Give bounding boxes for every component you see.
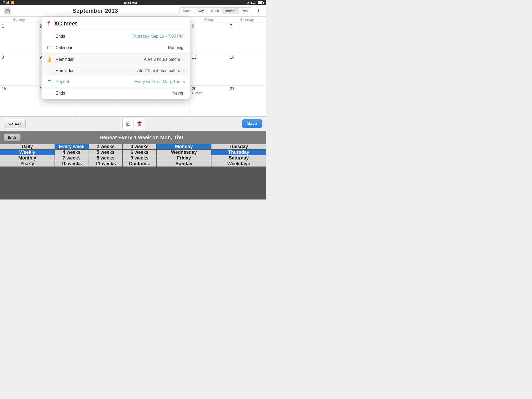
cal-nav-left <box>4 7 11 15</box>
day-sunday[interactable]: Sunday <box>157 161 211 167</box>
popup-calendar-row: Calendar Running <box>42 42 190 54</box>
day-friday: Friday <box>190 17 228 23</box>
reminder2-close[interactable]: ✕ <box>182 69 185 73</box>
day-tuesday[interactable]: Tuesday <box>211 144 266 149</box>
cal-cell-sat2[interactable]: 14 <box>228 54 266 85</box>
week-5[interactable]: 5 weeks <box>89 150 123 155</box>
repeat-bold: Every 1 week on Mon, Thu <box>118 135 183 140</box>
popup-reminder2-value: Alert 15 minutes before <box>137 68 180 73</box>
year-label: 2013 <box>105 8 118 14</box>
calendar-icon[interactable] <box>4 7 11 15</box>
week-10[interactable]: 10 weeks <box>55 161 89 167</box>
repeat-prefix: Repeat <box>99 135 118 140</box>
day-saturday[interactable]: Saturday <box>211 155 266 161</box>
popup-repeat-ends-value: Never <box>172 91 183 96</box>
status-bar: iPad 📶 9:44 AM ➤ 81% <box>0 0 266 5</box>
popup-repeat-ends-row: Ends Never <box>42 88 190 99</box>
cal-cell-sun3[interactable]: 15 <box>0 85 38 116</box>
popup-reminder1-label: Reminder <box>56 57 144 62</box>
repeat-icon <box>46 79 53 84</box>
cancel-button[interactable]: Cancel <box>4 119 26 128</box>
cal-cell-fri3[interactable]: 20 Beatles <box>190 85 228 116</box>
day-saturday: Saturday <box>228 17 266 23</box>
view-week[interactable]: Week <box>207 7 222 14</box>
add-event-button[interactable]: + <box>255 8 262 14</box>
week-2[interactable]: 2 weeks <box>89 144 123 149</box>
popup-repeat-value: Every week on Mon, Thu <box>134 79 180 84</box>
bottom-picker: Ends Repeat Every 1 week on Mon, Thu Dai… <box>0 131 266 200</box>
freq-weekly[interactable]: Weekly <box>0 150 55 155</box>
reminder-section: 🔔 Reminder Alert 2 hours before ✕ Remind… <box>42 54 190 76</box>
picker-header: Ends Repeat Every 1 week on Mon, Thu <box>0 131 266 144</box>
week-8[interactable]: 8 weeks <box>89 155 123 161</box>
battery-percent: 81% <box>251 1 256 4</box>
view-month[interactable]: Month <box>222 7 239 14</box>
notes-icon-button[interactable] <box>122 118 134 129</box>
cal-cell-fri1[interactable]: 6 <box>190 23 228 54</box>
popup-reminder2-label: Reminder <box>56 68 137 73</box>
svg-rect-16 <box>48 46 51 49</box>
day-wednesday[interactable]: Wednesday <box>157 150 211 155</box>
event-beatles: Beatles <box>192 92 226 95</box>
day-weekdays[interactable]: Weekdays <box>211 161 266 167</box>
time-display: 9:44 AM <box>124 1 137 5</box>
popup-calendar-value: Running <box>168 45 183 50</box>
cal-cell-sun2[interactable]: 8 <box>0 54 38 85</box>
popup-calendar-label: Calendar <box>56 45 168 50</box>
repeat-close[interactable]: ✕ <box>182 80 185 84</box>
freq-daily[interactable]: Daily <box>0 144 55 149</box>
location-icon: ➤ <box>247 1 249 4</box>
popup-repeat-row: Repeat Every week on Mon, Thu ✕ <box>42 76 190 88</box>
popup-reminder2-row: Reminder Alert 15 minutes before ✕ <box>42 65 190 76</box>
status-right: ➤ 81% <box>247 1 263 4</box>
popup-event-title: XC meet <box>54 20 77 27</box>
svg-rect-0 <box>6 10 9 13</box>
popup-repeat-ends-label: Ends <box>56 91 172 96</box>
week-custom[interactable]: Custom... <box>123 161 156 167</box>
battery-icon <box>258 1 263 4</box>
cal-cell-sun1[interactable]: 1 <box>0 23 38 54</box>
cal-cell-sat1[interactable]: 7 <box>228 23 266 54</box>
week-11[interactable]: 11 weeks <box>89 161 123 167</box>
repeat-title: Repeat Every 1 week on Mon, Thu <box>21 135 262 141</box>
calendar-header: September 2013 Tasks Day Week Month Year… <box>0 5 266 17</box>
popup-reminder1-value: Alert 2 hours before <box>144 57 180 62</box>
event-popup: 📍 XC meet Ends Thursday, Sep 19 - 7:00 P… <box>42 17 190 99</box>
week-6[interactable]: 6 weeks <box>123 150 156 155</box>
day-friday[interactable]: Friday <box>157 155 211 161</box>
popup-reminder1-row: 🔔 Reminder Alert 2 hours before ✕ <box>42 54 190 65</box>
week-4[interactable]: 4 weeks <box>55 150 89 155</box>
location-icon: 📍 <box>46 21 51 26</box>
action-icons <box>122 118 145 129</box>
view-day[interactable]: Day <box>195 7 207 14</box>
wifi-icon: 📶 <box>10 1 14 4</box>
freq-monthly[interactable]: Monthly <box>0 155 55 161</box>
view-tasks[interactable]: Tasks <box>179 7 195 14</box>
month-label: September <box>72 8 103 14</box>
popup-title-row: 📍 XC meet <box>42 17 190 31</box>
day-monday[interactable]: Monday <box>157 144 211 149</box>
reminder1-close[interactable]: ✕ <box>182 57 185 62</box>
view-year[interactable]: Year <box>239 7 252 14</box>
week-every[interactable]: Every week <box>55 144 89 149</box>
week-9[interactable]: 9 weeks <box>123 155 156 161</box>
picker-grid: Daily Weekly Monthly Yearly Every week 4… <box>0 144 266 200</box>
bell-icon: 🔔 <box>46 57 53 62</box>
cal-cell-sat3[interactable]: 21 <box>228 85 266 116</box>
action-bar: Cancel Save <box>0 116 266 131</box>
week-3[interactable]: 3 weeks <box>123 144 156 149</box>
delete-icon-button[interactable] <box>134 118 145 129</box>
popup-repeat-label: Repeat <box>56 79 134 84</box>
week-7[interactable]: 7 weeks <box>55 155 89 161</box>
view-buttons: Tasks Day Week Month Year <box>179 7 252 14</box>
status-left: iPad 📶 <box>3 1 14 4</box>
day-sunday: Sunday <box>0 17 38 23</box>
day-thursday[interactable]: Thursday <box>211 150 266 155</box>
freq-yearly[interactable]: Yearly <box>0 161 55 167</box>
ends-button[interactable]: Ends <box>4 134 21 141</box>
calendar-title: September 2013 <box>72 8 118 14</box>
save-button[interactable]: Save <box>242 119 262 128</box>
cal-cell-fri2[interactable]: 13 <box>190 54 228 85</box>
popup-ends-label: Ends <box>56 34 132 39</box>
popup-ends-value: Thursday, Sep 19 - 7:00 PM <box>132 34 183 39</box>
